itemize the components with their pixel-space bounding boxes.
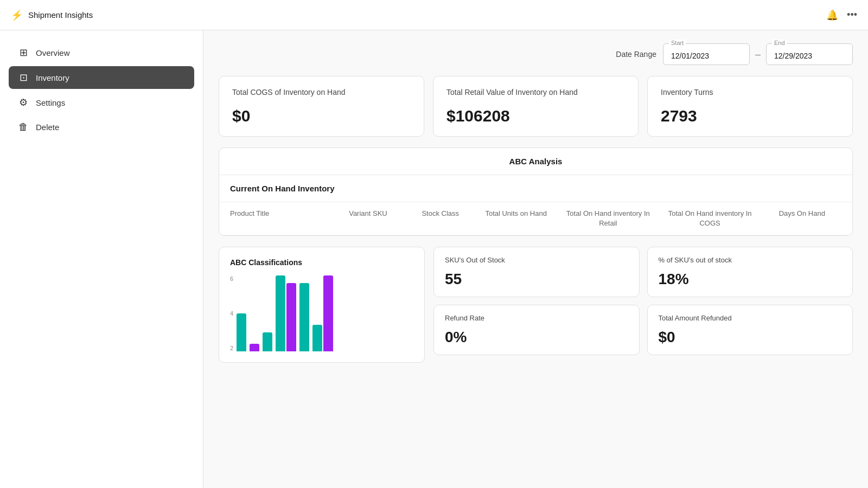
abc-section-title: ABC Analysis <box>219 148 852 175</box>
bar-group-3 <box>263 332 272 351</box>
bar-teal-5 <box>299 283 309 351</box>
table-header-row: Product Title Variant SKU Stock Class To… <box>219 202 852 235</box>
sidebar-item-overview[interactable]: ⊞ Overview <box>9 41 194 64</box>
inventory-table: Current On Hand Inventory Product Title … <box>219 175 852 235</box>
date-range-section: Date Range Start 12/01/2023 – End 12/29/… <box>219 43 853 65</box>
sidebar-item-settings[interactable]: ⚙ Settings <box>9 91 194 114</box>
y-label-6: 6 <box>230 275 233 282</box>
bar-group-4 <box>276 275 296 351</box>
col-variant-sku: Variant SKU <box>329 209 407 228</box>
bar-teal-6 <box>312 325 322 351</box>
stat-card-retail: Total Retail Value of Inventory on Hand … <box>433 76 639 137</box>
bar-group-2 <box>250 344 259 351</box>
date-range-group: Start 12/01/2023 – End 12/29/2023 <box>663 43 853 65</box>
bar-teal-4 <box>276 275 285 351</box>
stat-card-cogs-title: Total COGS of Inventory on Hand <box>232 87 411 98</box>
bar-purple-2 <box>250 344 259 351</box>
col-days-on-hand: Days On Hand <box>763 209 841 228</box>
topbar-left: ⚡ Shipment Insights <box>11 9 93 21</box>
skus-out-value: 55 <box>445 271 628 288</box>
sidebar-item-settings-label: Settings <box>36 98 65 107</box>
end-date-field[interactable]: End 12/29/2023 <box>766 43 853 65</box>
pct-skus-out-value: 18% <box>659 271 842 288</box>
bar-purple-6 <box>323 275 333 351</box>
end-date-value: 12/29/2023 <box>774 52 812 60</box>
abc-chart-title: ABC Classifications <box>230 258 413 267</box>
bar-group-1 <box>237 313 246 351</box>
col-product-title: Product Title <box>230 209 329 228</box>
right-cards-row-2: Refund Rate 0% Total Amount Refunded $0 <box>433 305 853 355</box>
sidebar-item-delete[interactable]: 🗑 Delete <box>9 116 194 138</box>
bar-teal-1 <box>237 313 246 351</box>
stat-cards-row: Total COGS of Inventory on Hand $0 Total… <box>219 76 853 137</box>
settings-icon: ⚙ <box>17 97 29 108</box>
bar-purple-4 <box>286 283 296 351</box>
date-range-label: Date Range <box>616 50 656 59</box>
stat-card-cogs-value: $0 <box>232 107 411 125</box>
skus-out-card: SKU's Out of Stock 55 <box>433 247 640 297</box>
bar-teal-3 <box>263 332 272 351</box>
stat-card-turns: Inventory Turns 2793 <box>647 76 853 137</box>
abc-analysis-section: ABC Analysis Current On Hand Inventory P… <box>219 147 853 236</box>
start-date-field[interactable]: Start 12/01/2023 <box>663 43 750 65</box>
bar-group-5 <box>299 283 309 351</box>
refund-rate-card: Refund Rate 0% <box>433 305 640 355</box>
pct-skus-out-title: % of SKU's out of stock <box>659 256 842 264</box>
refund-rate-title: Refund Rate <box>445 314 628 322</box>
total-refunded-value: $0 <box>659 329 842 346</box>
col-total-units: Total Units on Hand <box>473 209 559 228</box>
bottom-section: ABC Classifications 6 4 2 <box>219 247 853 363</box>
stat-card-turns-value: 2793 <box>661 107 839 125</box>
topbar-right: 🔔 ••• <box>826 9 857 21</box>
date-separator: – <box>755 49 761 60</box>
y-label-4: 4 <box>230 310 233 317</box>
inventory-icon: ⊡ <box>17 72 29 84</box>
stat-card-retail-value: $106208 <box>446 107 625 125</box>
right-cards-row-1: SKU's Out of Stock 55 % of SKU's out of … <box>433 247 853 297</box>
inventory-table-title: Current On Hand Inventory <box>219 175 852 202</box>
col-on-hand-cogs: Total On Hand inventory In COGS <box>658 209 763 228</box>
abc-chart-card: ABC Classifications 6 4 2 <box>219 247 425 363</box>
bolt-icon: ⚡ <box>11 9 23 21</box>
chart-bars <box>237 275 413 351</box>
sidebar-item-delete-label: Delete <box>36 123 59 132</box>
sidebar-item-overview-label: Overview <box>36 48 70 57</box>
main-content: Date Range Start 12/01/2023 – End 12/29/… <box>203 30 868 488</box>
stat-card-turns-title: Inventory Turns <box>661 87 839 98</box>
sidebar-item-inventory[interactable]: ⊡ Inventory <box>9 66 194 89</box>
end-date-label: End <box>772 40 787 46</box>
pin-icon[interactable]: 🔔 <box>826 9 838 21</box>
app-title: Shipment Insights <box>28 10 93 20</box>
stat-card-retail-title: Total Retail Value of Inventory on Hand <box>446 87 625 98</box>
right-cards: SKU's Out of Stock 55 % of SKU's out of … <box>433 247 853 363</box>
y-label-2: 2 <box>230 345 233 351</box>
start-date-label: Start <box>669 40 686 46</box>
total-refunded-title: Total Amount Refunded <box>659 314 842 322</box>
pct-skus-out-card: % of SKU's out of stock 18% <box>647 247 853 297</box>
bar-group-6 <box>312 275 333 351</box>
sidebar: ⊞ Overview ⊡ Inventory ⚙ Settings 🗑 Dele… <box>0 30 203 488</box>
refund-rate-value: 0% <box>445 329 628 346</box>
delete-icon: 🗑 <box>17 121 29 133</box>
overview-icon: ⊞ <box>17 47 29 59</box>
col-stock-class: Stock Class <box>407 209 473 228</box>
skus-out-title: SKU's Out of Stock <box>445 256 628 264</box>
more-icon[interactable]: ••• <box>847 9 857 21</box>
sidebar-item-inventory-label: Inventory <box>36 73 69 82</box>
stat-card-cogs: Total COGS of Inventory on Hand $0 <box>219 76 424 137</box>
total-refunded-card: Total Amount Refunded $0 <box>647 305 853 355</box>
col-on-hand-retail: Total On Hand inventory In Retail <box>559 209 658 228</box>
start-date-value: 12/01/2023 <box>671 52 709 60</box>
